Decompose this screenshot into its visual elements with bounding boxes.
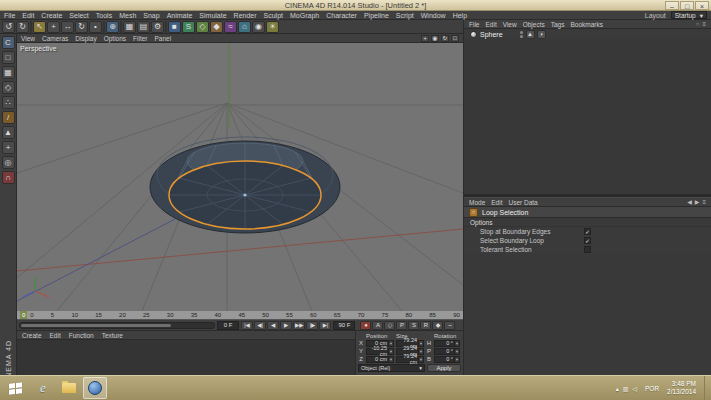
position-field[interactable]: 0 cm (366, 356, 394, 363)
menu-item[interactable]: MoGraph (290, 12, 319, 19)
menu-item[interactable]: Create (41, 12, 62, 19)
add-primitive-icon[interactable]: ■ (168, 21, 181, 33)
viewport-menu-item[interactable]: Cameras (42, 35, 68, 42)
attribute-manager-menu-item[interactable]: Mode (469, 199, 485, 206)
vp-zoom-icon[interactable]: ◉ (431, 35, 439, 42)
prev-frame-button[interactable]: ◀ (267, 321, 279, 330)
viewport-render[interactable] (17, 43, 463, 311)
current-frame-marker[interactable]: 0 (20, 311, 27, 319)
option-checkbox[interactable] (584, 246, 591, 253)
am-back-icon[interactable]: ◀ (687, 198, 692, 206)
polygons-mode-icon[interactable]: ▲ (2, 126, 15, 139)
record-keyframe-icon[interactable]: ● (360, 321, 371, 330)
menu-item[interactable]: Script (396, 12, 414, 19)
menu-item[interactable]: File (4, 12, 15, 19)
model-mode-icon[interactable]: □ (2, 51, 15, 64)
vp-orbit-icon[interactable]: ↻ (441, 35, 449, 42)
add-light-icon[interactable]: ☀ (266, 21, 279, 33)
om-search-icon[interactable]: ○ (696, 20, 700, 28)
viewport-menu-item[interactable]: Panel (155, 35, 172, 42)
scale-icon[interactable]: ↔ (61, 21, 74, 33)
rotation-field[interactable]: 0 ° (434, 340, 460, 347)
edges-mode-icon[interactable]: / (2, 111, 15, 124)
menu-item[interactable]: Sculpt (264, 12, 283, 19)
points-mode-icon[interactable]: ∴ (2, 96, 15, 109)
object-manager-menu-item[interactable]: Objects (523, 21, 545, 28)
am-panel-menu-icon[interactable]: ≡ (702, 198, 706, 206)
workplane-mode-icon[interactable]: ◇ (2, 81, 15, 94)
viewport-menu-item[interactable]: View (21, 35, 35, 42)
rotation-field[interactable]: 0 ° (434, 348, 460, 355)
language-indicator[interactable]: POR (642, 383, 662, 394)
menu-item[interactable]: Help (453, 12, 467, 19)
next-frame-button[interactable]: ▶▶ (293, 321, 305, 330)
menu-item[interactable]: Edit (22, 12, 34, 19)
spinner-icon[interactable] (418, 357, 423, 362)
material-menu-item[interactable]: Edit (50, 332, 61, 339)
taskbar-clock[interactable]: 3:48 PM 2/13/2014 (667, 380, 696, 396)
viewport-camera-label[interactable]: Perspective (20, 45, 57, 52)
redo-icon[interactable]: ↻ (16, 21, 29, 33)
phong-tag-icon[interactable]: ◑ (537, 30, 546, 39)
menu-item[interactable]: Pipeline (364, 12, 389, 19)
enable-axis-icon[interactable]: + (2, 141, 15, 154)
options-section-header[interactable]: Options (464, 218, 711, 227)
menu-item[interactable]: Animate (167, 12, 193, 19)
spinner-icon[interactable] (388, 341, 393, 346)
timeline-ruler[interactable]: 0 051015202530354045505560657075808590 (17, 311, 463, 320)
object-manager-menu-item[interactable]: File (469, 21, 479, 28)
close-button[interactable]: × (695, 1, 709, 10)
object-list-item-sphere[interactable]: Sphere ▲◑ (464, 29, 711, 39)
spinner-icon[interactable] (454, 341, 459, 346)
viewport-menu-item[interactable]: Display (75, 35, 96, 42)
option-checkbox[interactable] (584, 228, 591, 235)
move-icon[interactable]: + (47, 21, 60, 33)
position-field[interactable]: -10.25 cm (366, 348, 394, 355)
add-environment-icon[interactable]: ⌂ (238, 21, 251, 33)
sphere-object[interactable] (150, 137, 340, 233)
record-parameter-icon[interactable]: ◆ (432, 321, 443, 330)
layout-select[interactable]: Startup ▾ (671, 11, 707, 19)
tray-network-icon[interactable]: ▥ (623, 385, 629, 392)
viewport-canvas[interactable]: Perspective (17, 43, 463, 311)
material-menu-item[interactable]: Create (22, 332, 42, 339)
tray-volume-icon[interactable]: ◁ (632, 385, 637, 392)
spinner-icon[interactable] (418, 341, 423, 346)
viewport-solo-icon[interactable]: ◎ (2, 156, 15, 169)
render-view-icon[interactable]: ▦ (123, 21, 136, 33)
record-rotation-icon[interactable]: R (420, 321, 431, 330)
spinner-icon[interactable] (418, 349, 423, 354)
spinner-icon[interactable] (454, 357, 459, 362)
texture-mode-icon[interactable]: ▦ (2, 66, 15, 79)
current-frame-field[interactable]: 0 F (217, 321, 239, 330)
taskbar-ie-button[interactable]: e (31, 377, 55, 399)
coordinate-mode-select[interactable]: Object (Rel) ▾ (358, 364, 425, 372)
minimize-button[interactable]: – (665, 1, 679, 10)
maximize-button[interactable]: □ (680, 1, 694, 10)
visibility-dots-icon[interactable] (520, 31, 523, 38)
coordinate-system-icon[interactable]: ⊕ (106, 21, 119, 33)
add-deformer-icon[interactable]: ≈ (224, 21, 237, 33)
record-scale-icon[interactable]: S (408, 321, 419, 330)
live-selection-icon[interactable]: ↖ (33, 21, 46, 33)
autokey-icon[interactable]: A (372, 321, 383, 330)
vp-pan-icon[interactable]: + (421, 35, 429, 42)
material-menu-item[interactable]: Function (69, 332, 94, 339)
spinner-icon[interactable] (388, 357, 393, 362)
apply-button[interactable]: Apply (427, 364, 461, 372)
snap-icon[interactable]: ∩ (2, 171, 15, 184)
start-button[interactable] (0, 376, 30, 400)
keyframe-selection-icon[interactable]: ◇ (384, 321, 395, 330)
object-manager-menu-item[interactable]: View (503, 21, 517, 28)
menu-item[interactable]: Render (234, 12, 257, 19)
tray-show-hidden-icon[interactable]: ▴ (616, 385, 619, 392)
record-position-icon[interactable]: P (396, 321, 407, 330)
prev-key-button[interactable]: ◀| (254, 321, 266, 330)
menu-item[interactable]: Window (421, 12, 446, 19)
taskbar-explorer-button[interactable] (57, 377, 81, 399)
last-tool-icon[interactable]: • (89, 21, 102, 33)
object-manager-empty-area[interactable] (464, 39, 711, 195)
material-menu-item[interactable]: Texture (102, 332, 123, 339)
polygon-tag-icon[interactable]: ▲ (526, 30, 535, 39)
rotate-icon[interactable]: ↻ (75, 21, 88, 33)
